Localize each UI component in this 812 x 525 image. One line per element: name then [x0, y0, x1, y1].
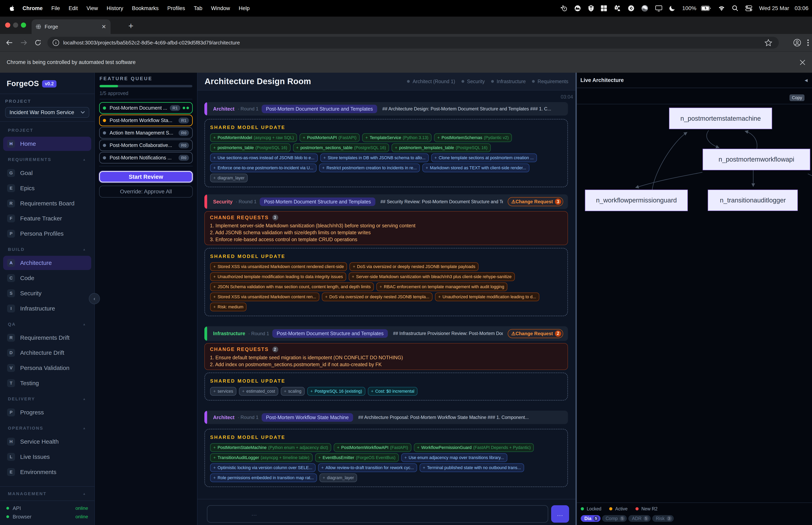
svg-text:T: T — [615, 6, 617, 10]
